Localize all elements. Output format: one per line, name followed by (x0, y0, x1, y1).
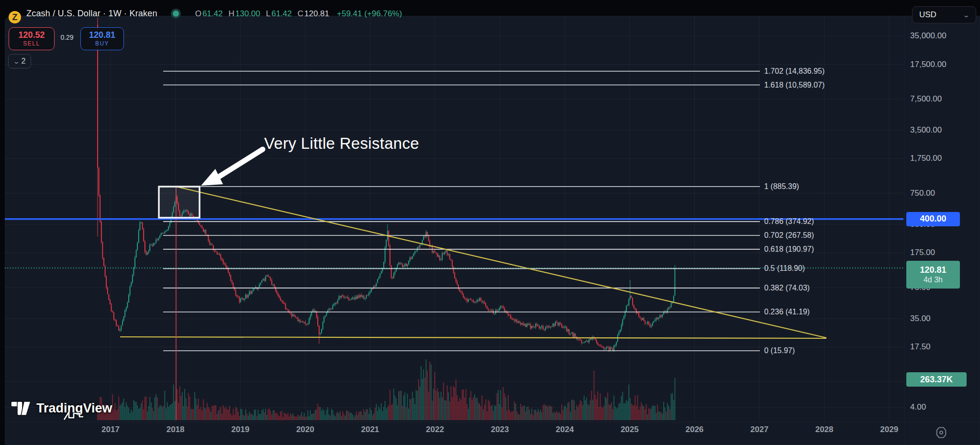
open-value: 61.42 (202, 9, 223, 18)
axis-settings-gear-icon[interactable] (935, 426, 948, 439)
chevron-down-icon: ⌄ (12, 58, 20, 65)
spread-value: 0.29 (56, 33, 78, 41)
sell-label: SELL (23, 41, 40, 47)
fib-retracement[interactable] (163, 71, 760, 351)
low-value: 61.42 (271, 9, 292, 18)
price-tick: 3,500.00 (910, 125, 942, 135)
fib-level-label: 0.786 (374.92) (764, 217, 814, 226)
fib-level-label: 0.702 (267.58) (764, 231, 814, 240)
chevron-down-icon: ⌄ (963, 11, 970, 19)
year-tick: 2023 (491, 425, 509, 434)
collapse-count: 2 (22, 57, 26, 66)
price-tick: 175.00 (910, 248, 935, 257)
year-tick: 2028 (815, 425, 834, 434)
high-label: H (228, 9, 234, 18)
price-tick: 17,500.00 (910, 60, 947, 69)
year-tick: 2024 (556, 425, 574, 434)
year-tick: 2022 (426, 425, 444, 434)
year-tick: 2019 (231, 425, 249, 434)
change-value: +59.41 (+96.76%) (337, 9, 402, 19)
low-label: L (266, 9, 270, 18)
logo-doodle-icon (62, 408, 89, 423)
sell-price: 120.52 (18, 30, 45, 40)
price-tick: 35,000.00 (910, 31, 947, 41)
high-value: 130.00 (235, 9, 260, 18)
year-tick: 2018 (167, 425, 185, 434)
annotation-text[interactable]: Very Little Resistance (264, 134, 419, 153)
tradingview-chart-window: Z Zcash / U.S. Dollar · 1W · Kraken O61.… (0, 0, 980, 445)
zcash-logo-icon: Z (9, 11, 21, 23)
close-value: 120.81 (304, 9, 329, 18)
fib-level-label: 0 (15.97) (764, 346, 795, 355)
sell-button[interactable]: 120.52 SELL (9, 27, 55, 50)
ohlc-values: O61.42 H130.00 L61.42 C120.81 +59.41 (+9… (195, 9, 402, 19)
year-tick: 2025 (621, 425, 639, 434)
year-tick: 2029 (880, 425, 898, 434)
trendline-2[interactable] (120, 337, 826, 338)
year-tick: 2021 (361, 425, 379, 434)
annotation-arrow[interactable] (201, 149, 263, 186)
price-tick: 750.00 (910, 189, 935, 198)
price-tick: 35.00 (910, 314, 931, 323)
close-label: C (298, 9, 303, 18)
buy-price: 120.81 (89, 30, 115, 40)
price-chart-canvas[interactable] (0, 0, 980, 445)
year-tick: 2020 (296, 425, 314, 434)
fib-level-label: 0.5 (118.90) (764, 264, 805, 273)
fib-level-label: 0.618 (190.97) (764, 245, 814, 254)
symbol-title[interactable]: Zcash / U.S. Dollar · 1W · Kraken (26, 9, 157, 19)
open-label: O (195, 9, 201, 18)
price-tick: 17.50 (910, 342, 931, 352)
currency-value: USD (919, 10, 936, 20)
volume-badge: 263.37K (906, 372, 967, 387)
buy-label: BUY (95, 41, 109, 47)
price-tick: 7,500.00 (910, 94, 942, 104)
current-price-badge: 120.814d 3h (906, 261, 960, 289)
price-tick: 4.00 (910, 402, 926, 412)
fib-level-label: 0.382 (74.03) (764, 284, 810, 292)
buy-button[interactable]: 120.81 BUY (80, 27, 124, 50)
symbol-header: Zcash / U.S. Dollar · 1W · Kraken O61.42… (26, 9, 402, 19)
price-tick: 1,750.00 (910, 154, 942, 163)
price-level-badge-400: 400.00 (906, 212, 960, 226)
year-tick: 2017 (101, 425, 120, 434)
fib-level-label: 0.236 (41.19) (764, 308, 810, 316)
tradingview-logo[interactable]: TradingView (11, 399, 112, 418)
highlight-box[interactable] (159, 187, 200, 218)
currency-selector[interactable]: USD ⌄ (912, 6, 976, 23)
tradingview-logo-icon (11, 399, 32, 418)
candle-series (97, 18, 675, 352)
market-status-icon[interactable] (171, 9, 181, 19)
fib-level-label: 1.618 (10,589.07) (764, 81, 824, 89)
fib-level-label: 1.702 (14,836.95) (764, 67, 824, 76)
volume-series (97, 359, 675, 420)
year-tick: 2027 (750, 425, 768, 434)
trendline-1[interactable] (176, 187, 826, 338)
year-tick: 2026 (685, 425, 703, 434)
fib-level-label: 1 (885.39) (764, 182, 799, 191)
indicators-collapse-button[interactable]: ⌄ 2 (8, 54, 31, 68)
